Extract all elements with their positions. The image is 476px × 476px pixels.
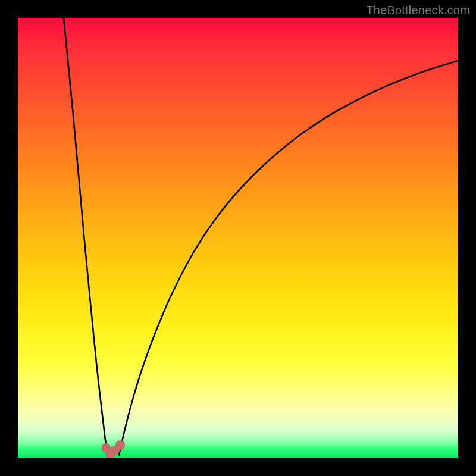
trough-marker: [115, 440, 125, 450]
curve-left-branch: [64, 18, 108, 455]
curve-right-branch: [119, 61, 458, 455]
curve-svg: [18, 18, 458, 458]
watermark-text: TheBottleneck.com: [366, 4, 470, 17]
plot-area: [18, 18, 458, 458]
trough-markers: [101, 440, 125, 458]
chart-frame: TheBottleneck.com: [0, 0, 476, 476]
